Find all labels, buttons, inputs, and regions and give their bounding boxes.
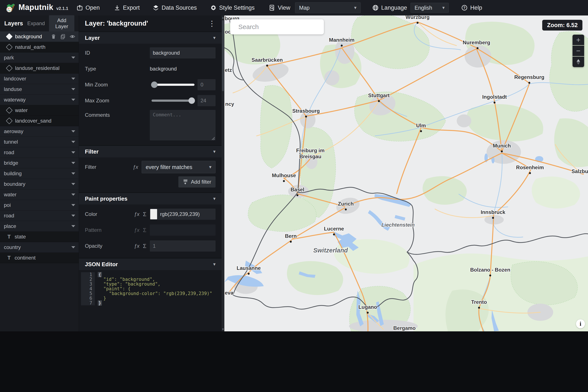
layer-list-item-tunnel[interactable]: tunnel <box>0 137 79 147</box>
json-code: "paint": { <box>95 286 130 291</box>
brand[interactable]: Maputnik v2.1.1 <box>5 3 76 13</box>
layer-list-item-road[interactable]: road <box>0 210 79 221</box>
language-button[interactable]: Language <box>372 4 407 11</box>
id-input[interactable] <box>150 47 216 58</box>
add-filter-button[interactable]: Add filter <box>178 176 216 188</box>
slider-thumb[interactable] <box>189 98 195 104</box>
layer-list-item-building[interactable]: building <box>0 168 79 179</box>
filter-combinator-select[interactable]: every filter matches ▾ <box>142 161 216 173</box>
chevron-down-icon[interactable] <box>71 204 75 206</box>
section-json-header[interactable]: JSON Editor ▾ <box>79 258 222 270</box>
attribution-info-button[interactable]: i <box>576 319 585 328</box>
view-select[interactable]: Map ▾ <box>295 2 361 13</box>
pattern-input[interactable] <box>150 224 216 236</box>
chevron-down-icon[interactable] <box>71 183 75 185</box>
open-button[interactable]: Open <box>76 4 100 11</box>
comments-label: Comments <box>85 110 150 118</box>
min-zoom-value[interactable]: 0 <box>198 79 216 90</box>
chevron-down-icon[interactable] <box>71 162 75 164</box>
layer-list-item-background[interactable]: background <box>0 32 79 42</box>
section-filter-header[interactable]: Filter ▾ <box>79 145 222 158</box>
layer-list-item-bridge[interactable]: bridge <box>0 158 79 168</box>
json-line-number: 3 <box>81 282 95 286</box>
zoom-function-icon[interactable]: Σ <box>143 211 146 218</box>
duplicate-layer-icon[interactable] <box>60 34 66 39</box>
section-layer-header[interactable]: Layer ▾ <box>79 32 222 44</box>
map-place-label: Lucerne <box>324 226 344 232</box>
layer-list-item-continent[interactable]: Tcontinent <box>0 253 79 263</box>
function-icon[interactable]: ƒx <box>133 164 138 170</box>
json-editor[interactable]: 1{2"id": "background",3"type": "backgrou… <box>79 270 222 312</box>
layer-list-item-water[interactable]: water <box>0 190 79 200</box>
function-icon[interactable]: ƒx <box>134 211 139 217</box>
panel-scrollbar[interactable]: ▲ ▼ <box>222 16 224 331</box>
help-button[interactable]: ? Help <box>461 4 482 11</box>
max-zoom-value[interactable]: 24 <box>198 95 216 106</box>
layer-list-item-state[interactable]: Tstate <box>0 232 79 242</box>
scroll-down-icon[interactable]: ▼ <box>222 328 224 331</box>
chevron-down-icon[interactable] <box>71 130 75 132</box>
search-input[interactable] <box>238 23 322 31</box>
map-place-label: Zurich <box>338 201 353 207</box>
add-layer-button[interactable]: Add Layer <box>49 15 74 32</box>
map-view[interactable]: bourgocetzncyevaWürzburgMannheimNurember… <box>224 16 588 331</box>
layer-list-item-landuse_residential[interactable]: landuse_residential <box>0 63 79 74</box>
layer-list-item-road[interactable]: road <box>0 147 79 158</box>
chevron-down-icon[interactable] <box>71 141 75 143</box>
zoom-in-button[interactable]: + <box>573 34 584 45</box>
map-place-label: Ulm <box>416 122 426 128</box>
expand-button[interactable]: Expand <box>27 20 45 26</box>
toggle-visibility-icon[interactable] <box>70 34 75 39</box>
opacity-input[interactable] <box>150 240 216 252</box>
layer-list-item-place[interactable]: place <box>0 221 79 232</box>
view-button[interactable]: View <box>269 4 290 11</box>
zoom-function-icon[interactable]: Σ <box>143 243 146 250</box>
layer-list-item-country[interactable]: country <box>0 242 79 253</box>
compass-button[interactable] <box>573 56 584 67</box>
layer-list-item-landuse[interactable]: landuse <box>0 84 79 94</box>
section-paint-header[interactable]: Paint properties ▾ <box>79 192 222 204</box>
chevron-down-icon[interactable] <box>71 246 75 248</box>
color-input[interactable] <box>150 208 216 220</box>
chevron-down-icon[interactable] <box>71 214 75 217</box>
layer-list-item-aeroway[interactable]: aeroway <box>0 126 79 137</box>
function-icon[interactable]: ƒx <box>134 243 139 249</box>
map-canvas[interactable]: bourgocetzncyevaWürzburgMannheimNurember… <box>224 16 588 331</box>
json-line: 5"background-color": "rgb(239,239,239)" <box>81 291 218 296</box>
layer-list-item-landcover[interactable]: landcover <box>0 74 79 84</box>
style-settings-button[interactable]: Style Settings <box>210 4 255 11</box>
chevron-down-icon[interactable] <box>71 194 75 196</box>
layer-list-item-boundary[interactable]: boundary <box>0 179 79 190</box>
chevron-down-icon[interactable] <box>71 99 75 101</box>
kebab-menu-icon[interactable]: ⋮ <box>208 21 216 26</box>
zoom-out-button[interactable]: − <box>573 46 584 56</box>
max-zoom-slider[interactable] <box>152 100 195 102</box>
export-button[interactable]: Export <box>114 4 140 11</box>
layer-list-item-park[interactable]: park <box>0 52 79 63</box>
min-zoom-slider[interactable] <box>152 84 195 86</box>
layer-list-item-poi[interactable]: poi <box>0 200 79 210</box>
layer-list-item-natural_earth[interactable]: natural_earth <box>0 42 79 52</box>
chevron-down-icon[interactable] <box>71 88 75 90</box>
layer-list-item-landcover_sand[interactable]: landcover_sand <box>0 116 79 126</box>
chevron-down-icon[interactable] <box>71 152 75 154</box>
text-layer-icon: T <box>7 255 11 261</box>
color-swatch[interactable] <box>150 209 157 219</box>
json-code: "id": "background", <box>95 277 155 282</box>
scrollbar-thumb[interactable] <box>222 20 224 91</box>
chevron-down-icon[interactable] <box>71 56 75 59</box>
layer-list-item-waterway[interactable]: waterway <box>0 94 79 105</box>
scroll-up-icon[interactable]: ▲ <box>222 16 224 19</box>
data-sources-button[interactable]: Data Sources <box>153 4 197 11</box>
map-place-label: Ingolstadt <box>482 94 507 100</box>
chevron-down-icon[interactable] <box>71 172 75 174</box>
section-paint-title: Paint properties <box>85 196 213 202</box>
language-select[interactable]: English ▾ <box>410 3 449 13</box>
layer-list-item-water[interactable]: water <box>0 105 79 116</box>
map-city-dot <box>283 180 285 182</box>
delete-layer-icon[interactable] <box>51 34 56 39</box>
slider-thumb[interactable] <box>151 82 158 88</box>
chevron-down-icon[interactable] <box>71 225 75 227</box>
comments-textarea[interactable] <box>150 110 216 140</box>
chevron-down-icon[interactable] <box>71 78 75 80</box>
